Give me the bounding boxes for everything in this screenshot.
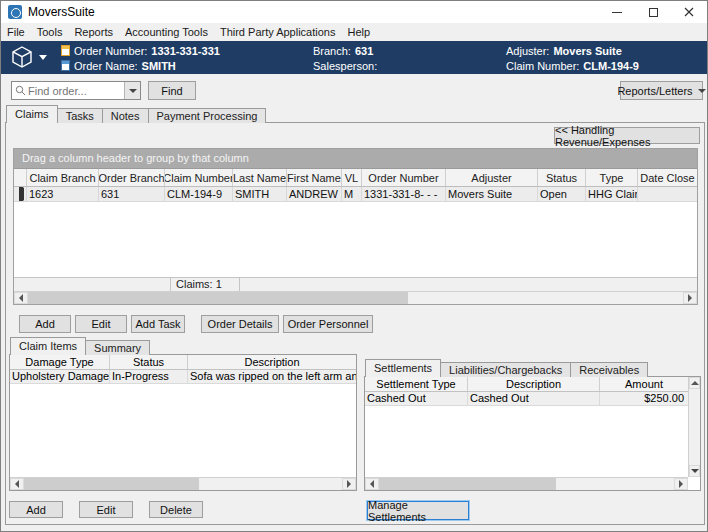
maximize-button[interactable] — [635, 1, 671, 23]
scroll-up-button[interactable] — [689, 377, 700, 389]
menu-file[interactable]: File — [1, 23, 31, 40]
scrollbar-thumb[interactable] — [379, 478, 556, 490]
menu-reports[interactable]: Reports — [68, 23, 119, 40]
manage-settlements-button[interactable]: Manage Settlements — [367, 501, 469, 520]
branch-label: Branch: — [313, 45, 351, 57]
scrollbar-thumb[interactable] — [24, 478, 199, 490]
add-claim-item-button[interactable]: Add — [9, 501, 63, 518]
tab-settlements[interactable]: Settlements — [365, 359, 441, 377]
handling-revenue-expenses-button[interactable]: << Handling Revenue/Expenses — [554, 127, 700, 144]
find-order-combobox[interactable] — [11, 81, 141, 100]
tab-tasks[interactable]: Tasks — [57, 108, 103, 123]
tab-claims[interactable]: Claims — [6, 105, 58, 123]
col-adjuster[interactable]: Adjuster — [446, 169, 538, 186]
scroll-left-button[interactable] — [14, 292, 28, 304]
minimize-icon — [612, 12, 622, 13]
tab-claim-items[interactable]: Claim Items — [10, 337, 86, 355]
order-personnel-button[interactable]: Order Personnel — [283, 315, 373, 333]
order-number-value: 1331-331-331 — [151, 45, 220, 57]
adjuster-block: Adjuster: Movers Suite Claim Number: CLM… — [506, 43, 639, 73]
scroll-right-button[interactable] — [683, 292, 697, 304]
order-name-value: SMITH — [142, 60, 176, 72]
tab-notes[interactable]: Notes — [102, 108, 149, 123]
tab-receivables[interactable]: Receivables — [570, 362, 648, 377]
chevron-down-icon — [698, 89, 706, 93]
order-details-button[interactable]: Order Details — [201, 315, 279, 333]
settlements-empty-area — [365, 406, 688, 477]
chevron-down-icon — [691, 469, 699, 473]
col-claim-branch[interactable]: Claim Branch — [27, 169, 99, 186]
tab-summary[interactable]: Summary — [85, 340, 150, 355]
scrollbar-thumb[interactable] — [28, 292, 408, 304]
search-icon — [15, 85, 26, 96]
scrollbar-track[interactable] — [28, 292, 683, 304]
claims-grid-row[interactable]: 1623 631 CLM-194-9 SMITH ANDREW M 1331-3… — [14, 187, 697, 202]
cell-type: HHG Claim — [586, 187, 638, 202]
scroll-down-button[interactable] — [689, 465, 700, 477]
menu-accounting-tools[interactable]: Accounting Tools — [119, 23, 214, 40]
scrollbar-track[interactable] — [24, 478, 342, 490]
cell-amount: $250.00 — [600, 392, 688, 406]
cell-settlement-description: Cashed Out — [468, 392, 600, 406]
col-order-number[interactable]: Order Number — [362, 169, 446, 186]
settlements-grid: Settlement Type Description Amount Cashe… — [365, 377, 688, 490]
cell-claim-branch: 1623 — [27, 187, 99, 202]
find-button[interactable]: Find — [148, 81, 196, 100]
col-first-name[interactable]: First Name — [287, 169, 342, 186]
close-button[interactable] — [671, 1, 707, 23]
col-status[interactable]: Status — [538, 169, 586, 186]
col-settlement-description[interactable]: Description — [468, 377, 600, 391]
scrollbar-track[interactable] — [379, 478, 674, 490]
add-claim-button[interactable]: Add — [19, 315, 71, 333]
col-vl[interactable]: VL — [342, 169, 362, 186]
adjuster-value: Movers Suite — [553, 45, 621, 57]
moverssuite-cube-icon[interactable] — [10, 45, 34, 71]
col-amount[interactable]: Amount — [600, 377, 688, 391]
settlements-vertical-scrollbar[interactable] — [688, 377, 700, 477]
group-by-drop-zone[interactable]: Drag a column header to group by that co… — [14, 149, 697, 169]
settlement-row[interactable]: Cashed Out Cashed Out $250.00 — [365, 392, 688, 406]
scroll-left-button[interactable] — [10, 478, 24, 490]
find-order-input[interactable] — [26, 85, 124, 97]
menu-help[interactable]: Help — [341, 23, 376, 40]
col-damage-type[interactable]: Damage Type — [10, 355, 110, 369]
salesperson-label: Salesperson: — [313, 60, 377, 72]
claim-items-horizontal-scrollbar[interactable] — [10, 477, 356, 490]
claims-horizontal-scrollbar[interactable] — [14, 291, 697, 304]
settlements-horizontal-scrollbar[interactable] — [365, 477, 688, 490]
col-description[interactable]: Description — [188, 355, 356, 369]
minimize-button[interactable] — [599, 1, 635, 23]
claim-item-row[interactable]: Upholstery Damage In-Progress Sofa was r… — [10, 370, 356, 384]
claim-items-panel: Damage Type Status Description Upholster… — [9, 354, 357, 491]
header-dropdown-chevron-icon[interactable] — [39, 55, 47, 60]
delete-claim-item-button[interactable]: Delete — [149, 501, 203, 518]
col-settlement-type[interactable]: Settlement Type — [365, 377, 468, 391]
claim-number-value: CLM-194-9 — [583, 60, 639, 72]
col-order-branch[interactable]: Order Branch — [99, 169, 165, 186]
cell-claim-number: CLM-194-9 — [165, 187, 233, 202]
tab-liabilities-chargebacks[interactable]: Liabilities/Chargebacks — [440, 362, 571, 377]
edit-claim-button[interactable]: Edit — [75, 315, 127, 333]
scroll-right-button[interactable] — [674, 478, 688, 490]
app-logo-icon — [8, 5, 22, 19]
scroll-right-button[interactable] — [342, 478, 356, 490]
reports-letters-button[interactable]: Reports/Letters — [620, 81, 703, 100]
settlements-panel: Settlement Type Description Amount Cashe… — [364, 376, 701, 491]
col-date-close[interactable]: Date Close — [638, 169, 697, 186]
tab-payment-processing[interactable]: Payment Processing — [148, 108, 267, 123]
find-order-dropdown-button[interactable] — [124, 82, 140, 99]
row-indicator-header — [14, 169, 27, 186]
chevron-right-icon — [679, 480, 683, 488]
add-task-button[interactable]: Add Task — [131, 315, 185, 333]
cell-item-status: In-Progress — [110, 370, 188, 384]
scroll-left-button[interactable] — [365, 478, 379, 490]
menu-tools[interactable]: Tools — [31, 23, 69, 40]
claims-grid-empty-area — [14, 202, 697, 277]
edit-claim-item-button[interactable]: Edit — [79, 501, 133, 518]
branch-value: 631 — [355, 45, 373, 57]
col-last-name[interactable]: Last Name — [233, 169, 287, 186]
col-claim-number[interactable]: Claim Number — [165, 169, 233, 186]
col-type[interactable]: Type — [586, 169, 638, 186]
col-item-status[interactable]: Status — [110, 355, 188, 369]
menu-third-party-applications[interactable]: Third Party Applications — [214, 23, 342, 40]
